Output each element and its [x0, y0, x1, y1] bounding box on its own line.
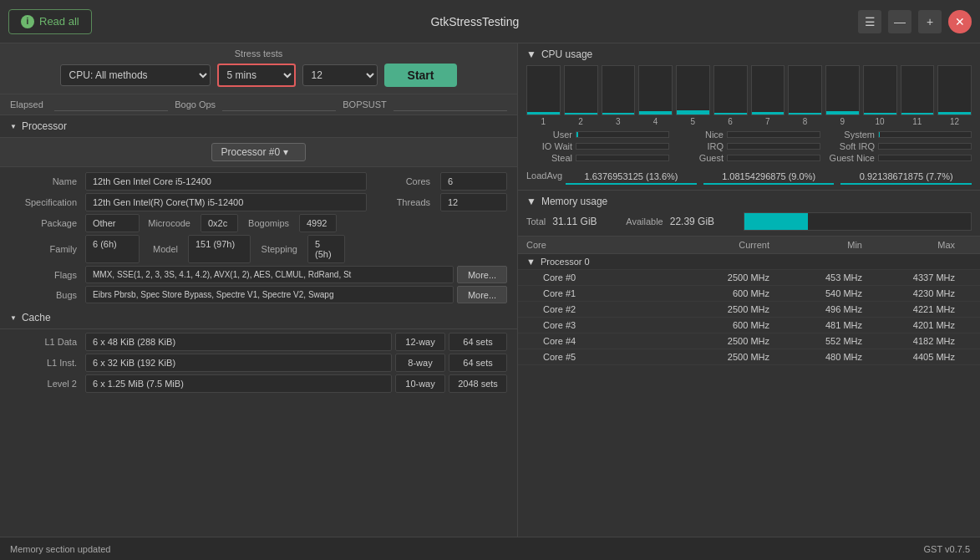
core-max: 4405 MHz	[879, 352, 972, 362]
steal-label: Steal	[526, 153, 572, 163]
level2-way: 10-way	[395, 374, 445, 393]
cpu-usage-label: CPU usage	[541, 48, 592, 60]
l1inst-size: 6 x 32 KiB (192 KiB)	[85, 354, 392, 372]
core-max: 4182 MHz	[879, 336, 972, 346]
read-all-button[interactable]: i Read all	[8, 9, 92, 34]
level2-sets: 2048 sets	[449, 374, 507, 393]
user-label: User	[526, 130, 572, 140]
cpu-bar-fill	[901, 113, 934, 115]
table-row: Family 6 (6h) Model 151 (97h) Stepping 5…	[10, 235, 507, 263]
flags-value: MMX, SSE(1, 2, 3, 3S, 4.1, 4.2), AVX(1, …	[85, 266, 454, 283]
core-min: 481 MHz	[786, 320, 879, 330]
cpu-bar-fill	[602, 113, 635, 115]
version-label: GST v0.7.5	[924, 544, 970, 554]
core-name: Core #1	[526, 288, 693, 298]
memory-arrow: ▼	[526, 196, 536, 207]
family-value: 6 (6h)	[85, 235, 140, 263]
core-current: 2500 MHz	[693, 336, 786, 346]
read-all-label: Read all	[39, 15, 79, 28]
cpu-bar-container	[937, 65, 972, 115]
cpu-bar-container	[863, 65, 897, 115]
package-value: Other	[85, 214, 140, 232]
count-select[interactable]: 12	[302, 64, 378, 86]
close-button[interactable]: ✕	[948, 10, 972, 33]
cpu-bar-item: 7	[751, 65, 785, 126]
menu-button[interactable]: ☰	[858, 10, 881, 33]
cpu-bar-container	[638, 65, 673, 115]
l1data-cells: 6 x 48 KiB (288 KiB) 12-way 64 sets	[85, 333, 507, 351]
flags-label: Flags	[10, 266, 85, 283]
user-bar	[576, 131, 669, 138]
name-label: Name	[10, 172, 85, 191]
cpu-bar-container	[751, 65, 785, 115]
iowait-label: IO Wait	[526, 141, 572, 151]
level2-cells: 6 x 1.25 MiB (7.5 MiB) 10-way 2048 sets	[85, 374, 507, 393]
cpu-bar-container	[564, 65, 598, 115]
l1inst-sets: 64 sets	[449, 354, 507, 372]
threads-label: Threads	[370, 193, 437, 211]
core-max: 4201 MHz	[879, 320, 972, 330]
load-avg-3: 0.92138671875 (7.7%)	[840, 170, 972, 185]
processor-group-header: ▼ Processor 0	[518, 254, 980, 270]
clock-row: Core #5 2500 MHz 480 MHz 4405 MHz	[518, 349, 980, 365]
core-name: Core #4	[526, 336, 693, 346]
cpu-bar-label: 9	[840, 117, 845, 126]
load-avg-1: 1.6376953125 (13.6%)	[566, 170, 697, 185]
cpu-bar-label: 5	[691, 117, 696, 126]
softirq-bar	[878, 143, 972, 150]
processor-group-arrow: ▼	[526, 257, 536, 267]
cpu-method-select[interactable]: CPU: All methods	[60, 64, 211, 86]
cpu-bar-label: 1	[541, 117, 546, 126]
start-button[interactable]: Start	[384, 64, 458, 87]
cpu-bar-container	[676, 65, 710, 115]
flags-cells: MMX, SSE(1, 2, 3, 3S, 4.1, 4.2), AVX(1, …	[85, 266, 507, 283]
iowait-bar	[576, 143, 669, 150]
processor-dropdown[interactable]: Processor #0 ▾	[211, 143, 305, 161]
window-controls: ☰ — + ✕	[858, 10, 972, 33]
softirq-label: Soft IRQ	[829, 141, 875, 151]
core-min: 480 MHz	[786, 352, 879, 362]
load-avg-values: 1.6376953125 (13.6%) 1.08154296875 (9.0%…	[566, 170, 972, 185]
clock-row: Core #1 600 MHz 540 MHz 4230 MHz	[518, 286, 980, 302]
core-current: 600 MHz	[693, 320, 786, 330]
cpu-bar-item: 1	[526, 65, 561, 126]
table-row: Name 12th Gen Intel Core i5-12400 Cores …	[10, 172, 507, 191]
guestnice-stat: Guest Nice	[829, 153, 972, 163]
cpu-bar-fill	[752, 112, 785, 115]
guest-stat: Guest	[678, 153, 820, 163]
bogomips-value: 4992	[299, 214, 337, 232]
table-row: Bugs Eibrs Pbrsb, Spec Store Bypass, Spe…	[10, 286, 507, 303]
cache-collapse-icon: ▼	[10, 314, 17, 322]
cpu-bar-label: 10	[876, 117, 885, 126]
memory-label: Memory usage	[541, 196, 607, 207]
model-value: 151 (97h)	[188, 235, 251, 263]
table-row: L1 Inst. 6 x 32 KiB (192 KiB) 8-way 64 s…	[10, 354, 507, 372]
l1data-label: L1 Data	[10, 333, 85, 351]
flags-more-button[interactable]: More...	[457, 266, 507, 283]
memory-bar	[744, 212, 972, 231]
processor-section-header[interactable]: ▼ Processor	[0, 115, 517, 138]
maximize-button[interactable]: +	[918, 10, 942, 33]
cpu-bar-label: 8	[803, 117, 808, 126]
status-message: Memory section updated	[10, 544, 110, 554]
time-select[interactable]: 5 mins	[219, 65, 294, 85]
table-row: Specification 12th Gen Intel(R) Core(TM)…	[10, 193, 507, 211]
guest-label: Guest	[678, 153, 724, 163]
family-cells: 6 (6h) Model 151 (97h) Stepping 5 (5h)	[85, 235, 507, 263]
bopsust-value	[394, 98, 507, 111]
clocks-col-max: Max	[879, 240, 972, 250]
minimize-button[interactable]: —	[888, 10, 911, 33]
clocks-header: Core Current Min Max	[518, 237, 980, 254]
cpu-bar-label: 11	[912, 117, 922, 126]
cache-section-header[interactable]: ▼ Cache	[0, 307, 517, 329]
cpu-bar-container	[788, 65, 822, 115]
cpu-bar-fill	[565, 113, 597, 115]
load-avg-row: LoadAvg 1.6376953125 (13.6%) 1.081542968…	[526, 166, 972, 185]
stress-controls: CPU: All methods 5 mins 12 Start	[0, 59, 517, 94]
irq-bar	[727, 143, 820, 150]
elapsed-value	[54, 98, 168, 111]
cache-section-label: Cache	[22, 312, 51, 323]
cpu-stats-row: User Nice System IO Wait IRQ	[526, 130, 972, 163]
bugs-more-button[interactable]: More...	[457, 286, 507, 303]
load-avg-2: 1.08154296875 (9.0%)	[703, 170, 835, 185]
